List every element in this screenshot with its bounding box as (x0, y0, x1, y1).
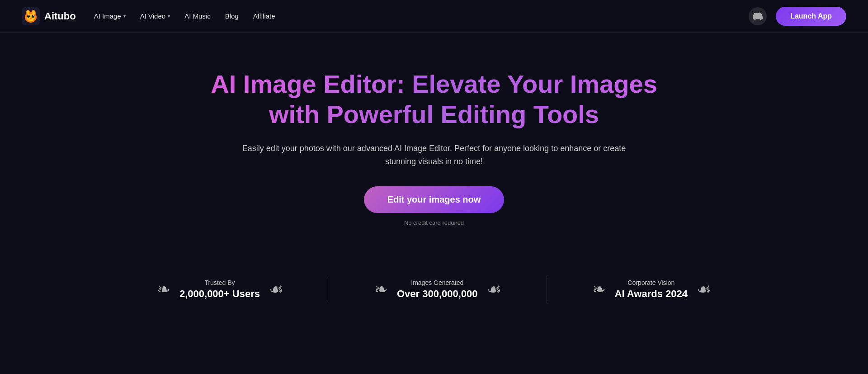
svg-point-4 (27, 10, 29, 15)
laurel-right-icon: ☙ (697, 280, 711, 299)
stat-item-awards: ❧ Corporate Vision AI Awards 2024 ☙ (592, 279, 711, 300)
stat-divider-1 (329, 276, 329, 303)
stat-text-images: Images Generated Over 300,000,000 (397, 279, 478, 300)
hero-section: AI Image Editor: Elevate Your Images wit… (0, 33, 868, 253)
nav-item-affiliate[interactable]: Affiliate (253, 12, 275, 20)
hero-subtitle: Easily edit your photos with our advance… (231, 142, 637, 168)
discord-button[interactable] (749, 7, 767, 25)
svg-point-11 (30, 18, 32, 19)
stat-label-awards: Corporate Vision (627, 279, 675, 286)
nav-links: AI Image ▾ AI Video ▾ AI Music Blog Affi… (94, 12, 275, 20)
svg-point-9 (28, 15, 29, 16)
stat-value-images: Over 300,000,000 (397, 288, 478, 300)
svg-point-8 (32, 15, 34, 18)
nav-item-ai-video[interactable]: AI Video ▾ (140, 12, 170, 20)
launch-app-button[interactable]: Launch App (776, 7, 846, 26)
navbar-right: Launch App (749, 7, 846, 26)
nav-item-blog[interactable]: Blog (225, 12, 239, 20)
logo-text: Aitubo (44, 10, 76, 22)
svg-point-7 (27, 15, 30, 18)
cta-button[interactable]: Edit your images now (364, 186, 505, 213)
chevron-down-icon: ▾ (168, 14, 170, 19)
svg-point-10 (33, 15, 34, 16)
logo-icon (22, 7, 40, 25)
nav-item-ai-image[interactable]: AI Image ▾ (94, 12, 126, 20)
laurel-left-icon: ❧ (592, 280, 606, 299)
stat-label-images: Images Generated (411, 279, 463, 286)
stats-section: ❧ Trusted By 2,000,000+ Users ☙ ❧ Images… (0, 253, 868, 330)
navbar-left: Aitubo AI Image ▾ AI Video ▾ AI Music Bl… (22, 7, 275, 25)
nav-item-ai-music[interactable]: AI Music (184, 12, 211, 20)
laurel-right-icon: ☙ (269, 280, 283, 299)
discord-icon (753, 11, 763, 21)
hero-title: AI Image Editor: Elevate Your Images wit… (185, 69, 683, 129)
laurel-left-icon: ❧ (374, 280, 388, 299)
no-credit-text: No credit card required (404, 219, 464, 226)
svg-point-5 (32, 10, 35, 15)
laurel-right-icon: ☙ (487, 280, 501, 299)
chevron-down-icon: ▾ (123, 14, 126, 19)
stat-divider-2 (547, 276, 547, 303)
stat-item-images: ❧ Images Generated Over 300,000,000 ☙ (374, 279, 501, 300)
stat-value-awards: AI Awards 2024 (615, 288, 688, 300)
navbar: Aitubo AI Image ▾ AI Video ▾ AI Music Bl… (0, 0, 868, 33)
stat-text-awards: Corporate Vision AI Awards 2024 (615, 279, 688, 300)
logo[interactable]: Aitubo (22, 7, 76, 25)
laurel-left-icon: ❧ (157, 280, 170, 299)
stat-label-users: Trusted By (204, 279, 235, 286)
stat-text-users: Trusted By 2,000,000+ Users (179, 279, 260, 300)
stat-item-users: ❧ Trusted By 2,000,000+ Users ☙ (157, 279, 283, 300)
stat-value-users: 2,000,000+ Users (179, 288, 260, 300)
